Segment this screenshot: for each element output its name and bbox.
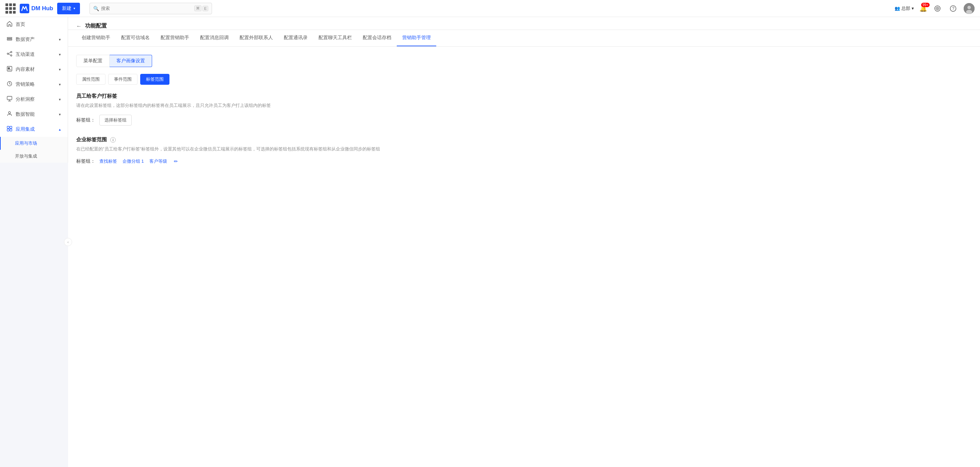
org-arrow-icon: ▾ [912, 6, 914, 11]
tabs-navigation: 创建营销助手 配置可信域名 配置营销助手 配置消息回调 配置外部联系人 配置通讯… [68, 30, 980, 47]
chevron-down-icon: ▾ [59, 67, 61, 72]
sidebar-item-app-integration-label: 应用集成 [16, 126, 35, 132]
select-tag-group-button[interactable]: 选择标签组 [99, 115, 132, 126]
search-bar[interactable]: 🔍 ⌘ E [89, 3, 212, 14]
chevron-down-icon: ▾ [59, 112, 61, 117]
page-title: 功能配置 [85, 22, 107, 30]
avatar[interactable] [964, 3, 975, 14]
sidebar-item-home-label: 首页 [16, 21, 25, 27]
data-assets-icon [7, 36, 12, 43]
svg-rect-28 [10, 129, 12, 131]
tertiary-tabs: 属性范围 事件范围 标签范围 [76, 74, 972, 85]
org-selector[interactable]: 👥 总部 ▾ [894, 5, 914, 11]
sidebar-item-data-intelligence[interactable]: 数据智能 ▾ [0, 107, 68, 122]
employee-tag-desc: 请在此设置标签组，这部分标签组内的标签将在员工端展示，且只允许员工为客户打上该组… [76, 102, 972, 109]
data-intelligence-icon [7, 111, 12, 118]
tertiary-tab-attr-range[interactable]: 属性范围 [76, 74, 105, 85]
nav-right: 👥 总部 ▾ 🔔 99+ ? [894, 3, 975, 14]
tab-config-contacts[interactable]: 配置通讯录 [278, 30, 313, 46]
tab-config-chat[interactable]: 配置聊天工具栏 [313, 30, 357, 46]
chevron-down-icon: ▾ [59, 53, 61, 57]
employee-tag-field-row: 标签组： 选择标签组 [76, 115, 972, 126]
enterprise-tag-field-row: 标签组： 查找标签 企微分组 1 客户等级 ✏ [76, 158, 972, 164]
sidebar-sub-menu: 应用与市场 开放与集成 [0, 137, 68, 163]
tab-config-assistant[interactable]: 配置营销助手 [155, 30, 195, 46]
sidebar-item-data-assets[interactable]: 数据资产 ▾ [0, 32, 68, 47]
search-shortcut: ⌘ E [194, 5, 208, 11]
new-button[interactable]: 新建 ▾ [57, 3, 80, 14]
main-layout: 首页 数据资产 ▾ 互动渠道 ▾ 内容素材 [0, 17, 980, 467]
page-header: ← 功能配置 [68, 17, 980, 30]
sidebar-item-app-market[interactable]: 应用与市场 [0, 137, 68, 150]
org-icon: 👥 [894, 6, 900, 11]
new-button-label: 新建 [62, 5, 72, 11]
sidebar-item-channels[interactable]: 互动渠道 ▾ [0, 47, 68, 62]
employee-tag-field-label: 标签组： [76, 117, 95, 123]
grid-icon[interactable] [5, 3, 16, 14]
tab-create-assistant[interactable]: 创建营销助手 [76, 30, 116, 46]
content-icon [7, 66, 12, 73]
tab-config-message[interactable]: 配置消息回调 [195, 30, 234, 46]
sidebar-item-home[interactable]: 首页 [0, 17, 68, 32]
bell-button[interactable]: 🔔 99+ [920, 5, 927, 12]
tag-customer-level[interactable]: 客户等级 [150, 158, 167, 164]
tab-config-domain[interactable]: 配置可信域名 [116, 30, 155, 46]
search-input[interactable] [101, 6, 192, 11]
enterprise-tag-desc: 在已经配置的"员工给客户打标签"标签组外，设置其他可以在企业微信员工端展示的标签… [76, 146, 972, 153]
svg-line-15 [8, 54, 11, 55]
app-integration-icon [7, 126, 12, 133]
target-icon-button[interactable] [932, 3, 943, 14]
svg-point-3 [937, 8, 938, 9]
svg-rect-9 [7, 37, 12, 38]
sidebar-collapse-button[interactable]: ‹ [64, 238, 72, 246]
content-body: 菜单配置 客户画像设置 属性范围 事件范围 标签范围 [68, 47, 980, 467]
sidebar-item-app-integration[interactable]: 应用集成 ▴ [0, 122, 68, 137]
sidebar-item-analysis[interactable]: 分析洞察 ▾ [0, 92, 68, 107]
svg-rect-27 [7, 129, 9, 131]
sub-tabs: 菜单配置 客户画像设置 [76, 55, 972, 67]
enterprise-tag-field-label: 标签组： [76, 158, 95, 164]
content-area: ← 功能配置 创建营销助手 配置可信域名 配置营销助手 配置消息回调 配置外部联… [68, 17, 980, 467]
sub-tab-customer-profile[interactable]: 客户画像设置 [110, 55, 152, 67]
edit-tags-icon[interactable]: ✏ [174, 159, 178, 164]
search-icon: 🔍 [93, 6, 99, 11]
sidebar: 首页 数据资产 ▾ 互动渠道 ▾ 内容素材 [0, 17, 68, 163]
tertiary-tab-event-range[interactable]: 事件范围 [108, 74, 137, 85]
svg-rect-20 [7, 96, 12, 100]
svg-point-13 [11, 55, 12, 56]
tag-qw-subgroup1[interactable]: 企微分组 1 [123, 158, 144, 164]
kbd-cmd: ⌘ [194, 5, 202, 11]
svg-point-11 [7, 53, 8, 54]
help-icon-button[interactable]: ? [948, 3, 958, 14]
svg-rect-10 [7, 39, 12, 40]
employee-tag-title: 员工给客户打标签 [76, 93, 972, 99]
org-name: 总部 [901, 5, 910, 11]
tag-find-tag[interactable]: 查找标签 [99, 158, 117, 164]
marketing-icon [7, 81, 12, 88]
kbd-e: E [202, 6, 208, 11]
tab-assistant-manage[interactable]: 营销助手管理 [397, 30, 436, 46]
tab-config-external[interactable]: 配置外部联系人 [234, 30, 278, 46]
sidebar-item-data-assets-label: 数据资产 [16, 37, 35, 43]
sidebar-sub-item-open-integration-label: 开放与集成 [15, 153, 37, 159]
sub-tab-menu-config[interactable]: 菜单配置 [76, 55, 110, 67]
sidebar-item-marketing[interactable]: 营销策略 ▾ [0, 77, 68, 92]
sidebar-item-data-intelligence-label: 数据智能 [16, 111, 35, 118]
chevron-down-icon: ▾ [73, 6, 75, 10]
info-icon[interactable]: i [110, 137, 116, 143]
chevron-down-icon: ▾ [59, 37, 61, 42]
channels-icon [7, 51, 12, 58]
enterprise-tag-title: 企业标签范围 i [76, 137, 972, 143]
svg-line-14 [8, 53, 11, 53]
svg-point-8 [966, 10, 972, 14]
logo-text: DM Hub [31, 5, 53, 12]
back-button[interactable]: ← [76, 23, 82, 29]
svg-rect-17 [8, 67, 10, 69]
tab-config-archive[interactable]: 配置会话存档 [357, 30, 397, 46]
sidebar-item-content[interactable]: 内容素材 ▾ [0, 62, 68, 77]
tertiary-tab-tag-range[interactable]: 标签范围 [140, 74, 169, 85]
sidebar-item-marketing-label: 营销策略 [16, 81, 35, 88]
sidebar-item-open-integration[interactable]: 开放与集成 [0, 150, 68, 163]
analysis-icon [7, 96, 12, 103]
logo[interactable]: DM Hub [20, 4, 53, 13]
